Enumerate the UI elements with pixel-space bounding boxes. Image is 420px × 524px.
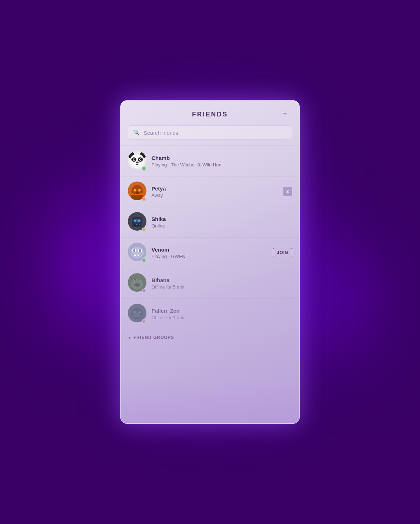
join-game-button-venom[interactable]: JOIN (273, 248, 292, 257)
svg-point-16 (134, 189, 136, 191)
friend-info-shika: Shika Online (151, 216, 292, 229)
chevron-down-icon: ▼ (128, 336, 131, 340)
svg-rect-26 (135, 224, 135, 225)
svg-rect-29 (139, 224, 140, 225)
section-footer: ▼ FRIEND GROUPS (121, 329, 299, 344)
friend-name-venom: Venom (151, 247, 268, 253)
svg-point-8 (134, 159, 135, 160)
svg-point-23 (134, 220, 136, 222)
svg-point-10 (136, 162, 139, 164)
avatar-container-chamb (128, 151, 146, 171)
svg-rect-27 (136, 224, 137, 225)
status-dot-fallen-zen (142, 319, 146, 323)
svg-point-9 (140, 159, 141, 160)
svg-point-53 (134, 312, 136, 313)
friend-name-bihana: Bihana (151, 277, 292, 283)
avatar-container-shika (128, 212, 146, 232)
status-dot-petya (142, 197, 146, 201)
svg-point-17 (139, 189, 140, 191)
panel-header: FRIENDS + (121, 101, 299, 125)
friend-name-chamb: Chamb (151, 155, 292, 161)
svg-point-24 (138, 220, 140, 222)
status-dot-bihana (142, 289, 146, 293)
svg-point-31 (131, 247, 144, 258)
friend-item-chamb[interactable]: Chamb Playing - The Witcher 3: Wild Hunt (121, 146, 299, 176)
friend-name-shika: Shika (151, 216, 292, 222)
friend-info-venom: Venom Playing - GWENT (151, 247, 268, 259)
search-box: 🔍 (128, 125, 292, 140)
fade-overlay (121, 380, 299, 423)
friend-name-fallen-zen: Fallen_Zen (151, 308, 292, 314)
friend-info-chamb: Chamb Playing - The Witcher 3: Wild Hunt (151, 155, 292, 167)
search-input[interactable] (144, 130, 287, 136)
friend-info-fallen-zen: Fallen_Zen Offline for 1 day (151, 308, 292, 320)
friends-panel: FRIENDS + 🔍 (120, 100, 300, 424)
svg-point-44 (134, 283, 140, 287)
svg-rect-18 (136, 192, 139, 194)
avatar-container-fallen-zen (128, 304, 146, 324)
search-icon: 🔍 (133, 129, 140, 136)
friend-status-venom: Playing - GWENT (151, 254, 268, 259)
panel-title: FRIENDS (192, 111, 228, 118)
friend-item-fallen-zen[interactable]: Fallen_Zen Offline for 1 day (121, 299, 299, 329)
svg-point-54 (139, 312, 141, 313)
avatar-container-venom (128, 243, 146, 263)
message-badge-petya: 3 (283, 187, 292, 196)
friend-status-fallen-zen: Offline for 1 day (151, 315, 292, 320)
svg-point-34 (133, 249, 135, 252)
friend-info-bihana: Bihana Offline for 5 min (151, 277, 292, 290)
svg-point-42 (134, 279, 135, 280)
svg-rect-28 (137, 224, 138, 225)
friend-status-chamb: Playing - The Witcher 3: Wild Hunt (151, 162, 292, 167)
svg-point-35 (139, 249, 141, 252)
add-friend-button[interactable]: + (279, 107, 291, 119)
avatar-container-bihana (128, 273, 146, 293)
friend-info-petya: Petya Away (151, 185, 278, 198)
friend-groups-label[interactable]: FRIEND GROUPS (134, 335, 174, 340)
friend-status-petya: Away (151, 193, 278, 198)
friend-list: Chamb Playing - The Witcher 3: Wild Hunt (121, 146, 299, 329)
status-dot-venom (142, 258, 146, 262)
friend-item-venom[interactable]: Venom Playing - GWENT JOIN (121, 238, 299, 268)
friend-status-shika: Online (151, 223, 292, 229)
svg-rect-55 (135, 316, 140, 317)
svg-point-43 (140, 279, 141, 280)
friend-status-bihana: Offline for 5 min (151, 284, 292, 290)
svg-point-45 (135, 284, 137, 286)
friend-name-petya: Petya (151, 185, 278, 192)
status-dot-chamb (142, 166, 146, 171)
avatar-container-petya (128, 181, 146, 202)
friend-item-shika[interactable]: Shika Online (121, 207, 299, 238)
friend-item-petya[interactable]: Petya Away 3 (121, 176, 299, 207)
friend-item-bihana[interactable]: Bihana Offline for 5 min (121, 268, 299, 299)
search-container: 🔍 (121, 125, 299, 146)
status-dot-shika (142, 227, 146, 232)
svg-point-46 (137, 284, 139, 286)
